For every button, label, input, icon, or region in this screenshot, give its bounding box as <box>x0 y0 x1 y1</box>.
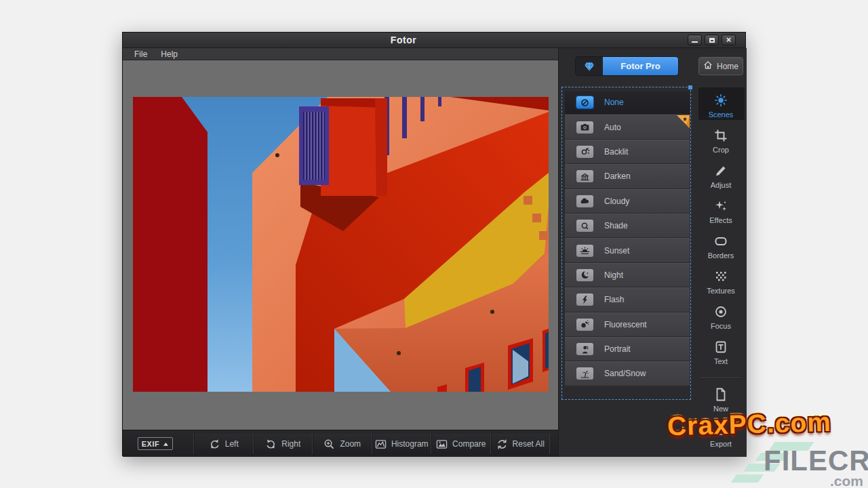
menu-help[interactable]: Help <box>161 49 178 59</box>
toolbar-button-left[interactable]: Left <box>194 434 254 454</box>
camera-icon <box>576 121 593 134</box>
photo-image <box>133 97 549 392</box>
scene-item-label: None <box>604 98 624 107</box>
maximize-button[interactable] <box>705 35 719 45</box>
toolbar-button-reset-all[interactable]: Reset All <box>491 434 551 454</box>
tab-scenes[interactable]: Scenes <box>694 87 747 119</box>
night-icon <box>576 269 593 281</box>
new-icon <box>713 387 728 402</box>
watermark-filecr-tld: .com <box>830 473 863 488</box>
scene-item-shade[interactable]: Shade <box>565 214 690 238</box>
scene-item-label: Flash <box>604 295 624 304</box>
toolbar-button-compare[interactable]: Compare <box>431 434 491 454</box>
menu-file[interactable]: File <box>134 49 147 59</box>
scene-item-night[interactable]: Night <box>565 263 690 287</box>
reset-icon <box>496 439 508 450</box>
backlit-icon <box>576 146 593 158</box>
scene-item-label: Backlit <box>604 147 628 157</box>
scene-item-label: Cloudy <box>604 197 629 206</box>
close-button[interactable]: × <box>722 35 736 45</box>
rail-item-label: Effects <box>709 216 732 224</box>
minimize-button[interactable] <box>688 35 702 45</box>
bottom-toolbar: EXIF LeftRightZoomHistogramCompareReset … <box>123 430 558 457</box>
cloudy-icon <box>576 195 593 207</box>
caret-up-icon <box>163 440 169 448</box>
toolbar-button-label: Histogram <box>391 439 429 449</box>
rail-item-label: Borders <box>708 251 734 260</box>
rotate-right-icon <box>265 439 277 450</box>
scene-list: NoneAutoBacklitDarkenCloudyShadeSunsetNi… <box>565 90 690 386</box>
scene-item-label: Fluorescent <box>604 320 647 329</box>
toolbar-button-label: Right <box>281 439 300 449</box>
crop-icon <box>713 128 728 143</box>
toolbar-button-zoom[interactable]: Zoom <box>313 434 372 454</box>
home-button[interactable]: Home <box>698 57 743 75</box>
tab-textures[interactable]: Textures <box>694 264 747 295</box>
toolbar-button-histogram[interactable]: Histogram <box>372 434 432 454</box>
scene-item-portrait[interactable]: Portrait <box>565 337 690 361</box>
watermark-filecr-logo: FILECR .com <box>726 439 868 488</box>
scene-item-fluorescent[interactable]: Fluorescent <box>565 312 690 337</box>
rail-item-label: Crop <box>713 146 729 154</box>
scene-item-backlit[interactable]: Backlit <box>565 140 690 164</box>
scene-item-darken[interactable]: Darken <box>565 164 690 188</box>
scene-item-sand-snow[interactable]: Sand/Snow <box>565 361 690 386</box>
toolbar-button-label: Left <box>225 439 239 449</box>
tab-crop[interactable]: Crop <box>694 123 747 154</box>
tab-new[interactable]: New <box>694 382 747 413</box>
fluorescent-icon <box>576 319 593 331</box>
histogram-icon <box>375 439 387 450</box>
scene-item-label: Shade <box>604 221 628 230</box>
toolbar-button-label: Compare <box>452 439 486 449</box>
rail-item-label: Focus <box>711 322 731 330</box>
textures-icon <box>713 269 728 284</box>
shade-icon <box>576 220 593 232</box>
scene-item-cloudy[interactable]: Cloudy <box>565 189 690 214</box>
effects-icon <box>713 199 728 214</box>
watermark-craxpc: CraxPC.com <box>667 407 831 441</box>
tab-effects[interactable]: Effects <box>694 193 747 224</box>
scene-item-sunset[interactable]: Sunset <box>565 238 690 262</box>
tab-focus[interactable]: Focus <box>694 299 747 330</box>
scene-item-label: Night <box>604 270 623 280</box>
toolbar-button-label: Zoom <box>340 439 361 449</box>
scene-item-auto[interactable]: Auto <box>565 115 690 139</box>
window-controls: × <box>688 35 736 45</box>
rail-item-label: Textures <box>707 287 735 295</box>
scene-item-label: Portrait <box>604 344 631 354</box>
sandsnow-icon <box>576 367 593 380</box>
editor-canvas <box>123 60 558 430</box>
toolbar-button-right[interactable]: Right <box>254 434 313 454</box>
right-panel: Fotor Pro Home NoneAutoBacklitDarkenClou… <box>558 48 747 457</box>
fotor-pro-label: Fotor Pro <box>603 57 678 75</box>
tab-adjust[interactable]: Adjust <box>694 158 747 189</box>
watermark-filecr-text: FILECR <box>764 445 868 477</box>
titlebar: Fotor × <box>123 33 745 48</box>
scene-item-none[interactable]: None <box>565 90 690 115</box>
rail-item-label: Adjust <box>711 181 732 189</box>
diamond-icon <box>576 57 603 75</box>
compare-icon <box>436 439 448 450</box>
borders-icon <box>713 234 728 249</box>
flash-icon <box>576 293 593 306</box>
scene-item-flash[interactable]: Flash <box>565 287 690 312</box>
rail-item-label: Scenes <box>709 110 734 119</box>
scene-item-label: Darken <box>604 171 631 181</box>
tab-borders[interactable]: Borders <box>694 228 747 260</box>
text-icon <box>713 340 728 354</box>
menubar: FileHelp <box>123 48 558 60</box>
darken-icon <box>576 170 593 182</box>
focus-icon <box>713 304 728 319</box>
pro-badge-icon <box>677 115 690 128</box>
home-label: Home <box>717 62 738 71</box>
scene-item-label: Auto <box>604 123 621 132</box>
sunset-icon <box>576 245 593 257</box>
exif-button[interactable]: EXIF <box>138 437 173 450</box>
rail-divider <box>700 378 742 378</box>
adjust-icon <box>713 163 728 178</box>
fotor-pro-button[interactable]: Fotor Pro <box>576 57 678 75</box>
marquee-handle[interactable] <box>688 85 692 89</box>
home-icon <box>703 60 713 72</box>
scene-item-label: Sand/Snow <box>604 369 646 378</box>
tab-text[interactable]: Text <box>694 334 747 365</box>
